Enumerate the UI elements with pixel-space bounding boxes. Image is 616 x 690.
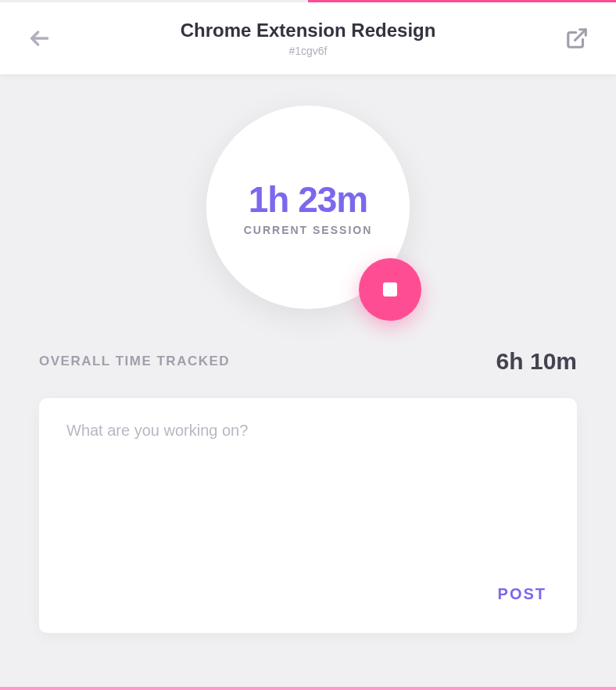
note-textarea[interactable] (66, 422, 550, 476)
arrow-left-icon (27, 26, 52, 51)
main-content: 1h 23m CURRENT SESSION OVERALL TIME TRAC… (0, 74, 616, 664)
bottom-accent-bar (0, 687, 616, 690)
overall-time-row: OVERALL TIME TRACKED 6h 10m (39, 348, 577, 375)
svg-line-1 (575, 30, 586, 41)
header-title-group: Chrome Extension Redesign #1cgv6f (181, 20, 436, 57)
timer-section: 1h 23m CURRENT SESSION (39, 106, 577, 309)
stop-timer-button[interactable] (359, 258, 421, 321)
open-external-button[interactable] (561, 23, 593, 54)
stop-icon (383, 282, 397, 296)
note-input-card: POST (39, 398, 577, 633)
overall-time-label: OVERALL TIME TRACKED (39, 354, 230, 369)
task-id: #1cgv6f (181, 45, 436, 57)
external-link-icon (565, 27, 589, 50)
current-session-label: CURRENT SESSION (244, 224, 373, 236)
post-button[interactable]: POST (495, 579, 550, 609)
overall-time-value: 6h 10m (496, 348, 577, 375)
current-session-time: 1h 23m (249, 178, 368, 221)
header: Chrome Extension Redesign #1cgv6f (0, 2, 616, 74)
page-title: Chrome Extension Redesign (181, 20, 436, 41)
timer-circle: 1h 23m CURRENT SESSION (206, 106, 410, 309)
back-button[interactable] (23, 23, 55, 54)
